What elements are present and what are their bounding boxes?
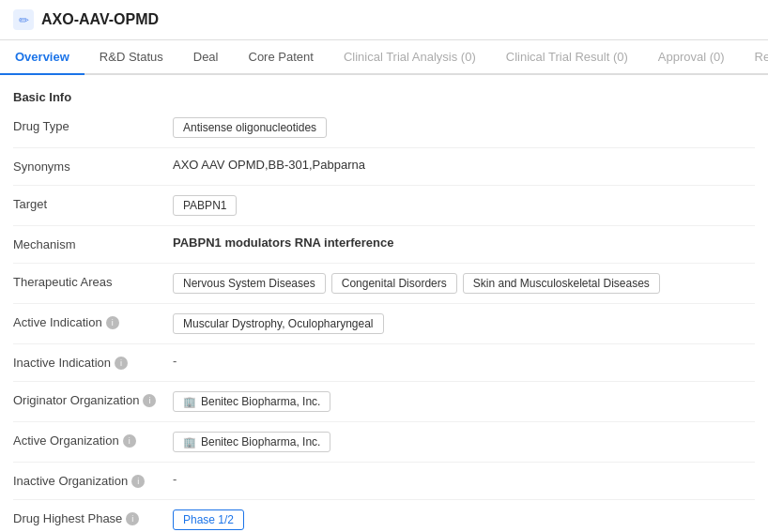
table-row: Drug TypeAntisense oligonucleotides xyxy=(13,108,755,148)
page-title: AXO-AAV-OPMD xyxy=(41,11,159,28)
row-value-4: Nervous System DiseasesCongenital Disord… xyxy=(173,273,755,294)
tag[interactable]: Congenital Disorders xyxy=(331,273,457,294)
tag[interactable]: Muscular Dystrophy, Oculopharyngeal xyxy=(173,313,384,334)
nav-tab-6: Approval (0) xyxy=(643,40,740,75)
table-row: Inactive Indicationi- xyxy=(13,344,755,382)
row-label-6: Inactive Indicationi xyxy=(13,354,173,370)
tag[interactable]: PABPN1 xyxy=(173,195,237,216)
row-label-7: Originator Organizationi xyxy=(13,391,173,407)
row-label-8: Active Organizationi xyxy=(13,432,173,448)
org-tag[interactable]: 🏢Benitec Biopharma, Inc. xyxy=(173,391,330,412)
phase-tag[interactable]: Phase 1/2 xyxy=(173,509,244,530)
row-value-9: - xyxy=(173,472,755,486)
table-row: SynonymsAXO AAV OPMD,BB-301,Pabparna xyxy=(13,148,755,186)
row-label-10: Drug Highest Phasei xyxy=(13,509,173,525)
row-value-3: PABPN1 modulators RNA interference xyxy=(173,236,755,250)
tag[interactable]: Skin and Musculoskeletal Diseases xyxy=(463,273,660,294)
org-name: Benitec Biopharma, Inc. xyxy=(201,435,320,448)
row-value-1: AXO AAV OPMD,BB-301,Pabparna xyxy=(173,158,755,172)
content-area: Basic Info Drug TypeAntisense oligonucle… xyxy=(0,75,768,532)
info-icon-9[interactable]: i xyxy=(131,475,145,488)
row-label-4: Therapeutic Areas xyxy=(13,273,173,289)
nav-tab-7: Regulation (0) xyxy=(740,40,768,75)
bold-value: PABPN1 modulators RNA interference xyxy=(173,236,394,250)
nav-tab-1[interactable]: R&D Status xyxy=(84,40,178,75)
row-label-3: Mechanism xyxy=(13,236,173,251)
tag[interactable]: Nervous System Diseases xyxy=(173,273,326,294)
nav-tabs: OverviewR&D StatusDealCore PatentClinica… xyxy=(0,40,768,75)
info-icon-10[interactable]: i xyxy=(126,512,139,525)
table-row: TargetPABPN1 xyxy=(13,186,755,226)
row-label-0: Drug Type xyxy=(13,117,173,133)
nav-tab-4: Clinical Trial Analysis (0) xyxy=(329,40,491,75)
table-row: MechanismPABPN1 modulators RNA interfere… xyxy=(13,226,755,264)
row-label-5: Active Indicationi xyxy=(13,313,173,329)
dash-value: - xyxy=(173,354,177,368)
table-row: Therapeutic AreasNervous System Diseases… xyxy=(13,264,755,304)
info-icon-6[interactable]: i xyxy=(115,357,128,370)
row-value-5: Muscular Dystrophy, Oculopharyngeal xyxy=(173,313,755,334)
row-value-8: 🏢Benitec Biopharma, Inc. xyxy=(173,432,755,452)
building-icon: 🏢 xyxy=(183,396,196,408)
org-name: Benitec Biopharma, Inc. xyxy=(201,395,320,408)
page-header: ✏ AXO-AAV-OPMD xyxy=(0,0,768,40)
tag[interactable]: Antisense oligonucleotides xyxy=(173,117,327,138)
info-icon-5[interactable]: i xyxy=(106,316,119,329)
row-label-2: Target xyxy=(13,195,173,211)
building-icon: 🏢 xyxy=(183,436,196,448)
row-value-10: Phase 1/2 xyxy=(173,509,755,530)
row-label-9: Inactive Organizationi xyxy=(13,472,173,488)
nav-tab-0[interactable]: Overview xyxy=(0,40,84,75)
section-title: Basic Info xyxy=(13,83,755,108)
table-row: Active Organizationi🏢Benitec Biopharma, … xyxy=(13,422,755,463)
nav-tab-5: Clinical Trial Result (0) xyxy=(491,40,643,75)
row-label-1: Synonyms xyxy=(13,158,173,174)
nav-tab-3[interactable]: Core Patent xyxy=(234,40,329,75)
table-row: Originator Organizationi🏢Benitec Biophar… xyxy=(13,382,755,422)
drug-icon: ✏ xyxy=(13,9,34,30)
row-value-0: Antisense oligonucleotides xyxy=(173,117,755,138)
table-row: Active IndicationiMuscular Dystrophy, Oc… xyxy=(13,304,755,344)
info-icon-8[interactable]: i xyxy=(123,434,136,448)
table-row: Inactive Organizationi- xyxy=(13,463,755,500)
rows-container: Drug TypeAntisense oligonucleotidesSynon… xyxy=(13,108,755,532)
dash-value: - xyxy=(173,472,177,486)
nav-tab-2[interactable]: Deal xyxy=(178,40,234,75)
info-icon-7[interactable]: i xyxy=(143,394,156,407)
row-value-6: - xyxy=(173,354,755,368)
table-row: Drug Highest PhaseiPhase 1/2 xyxy=(13,500,755,532)
row-value-7: 🏢Benitec Biopharma, Inc. xyxy=(173,391,755,412)
org-tag[interactable]: 🏢Benitec Biopharma, Inc. xyxy=(173,432,330,452)
row-value-2: PABPN1 xyxy=(173,195,755,216)
